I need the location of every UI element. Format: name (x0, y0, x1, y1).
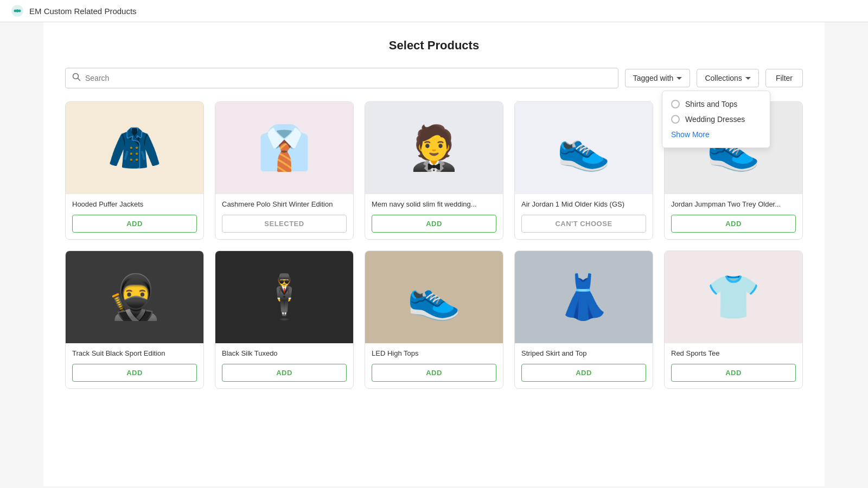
collections-dropdown-panel: Shirts and Tops Wedding Dresses Show Mor… (662, 91, 770, 148)
filter-button[interactable]: Filter (765, 69, 803, 87)
toolbar: Tagged with Collections Filter Shirts an… (65, 68, 803, 88)
collections-chevron (745, 77, 751, 80)
add-button-led-high-tops[interactable]: ADD (372, 364, 496, 382)
add-button-hooded-puffer[interactable]: ADD (72, 215, 197, 233)
product-name-red-sports-tee: Red Sports Tee (671, 349, 796, 358)
page-title: Select Products (65, 38, 803, 53)
product-image-air-jordan: 👟 (515, 102, 653, 194)
product-card-led-high-tops: 👟LED High TopsADD (365, 251, 503, 389)
product-info-navy-suit: Mem navy solid slim fit wedding...ADD (365, 194, 503, 239)
tagged-with-dropdown[interactable]: Tagged with (625, 69, 691, 87)
search-icon (72, 73, 81, 84)
app-icon (11, 4, 24, 17)
product-info-black-tuxedo: Black Silk TuxedoADD (215, 343, 353, 388)
product-image-striped-skirt: 👗 (515, 251, 653, 343)
product-card-track-suit: 🥷Track Suit Black Sport EditionADD (65, 251, 204, 389)
dropdown-label-wedding: Wedding Dresses (685, 115, 745, 124)
tagged-with-chevron (676, 77, 682, 80)
svg-point-2 (18, 10, 21, 12)
product-card-cashmere-polo: 👔Cashmere Polo Shirt Winter EditionSELEC… (215, 101, 354, 240)
product-image-hooded-puffer: 🧥 (66, 102, 203, 194)
product-image-red-sports-tee: 👕 (665, 251, 802, 343)
search-input[interactable] (85, 74, 611, 82)
dropdown-label-shirts: Shirts and Tops (685, 100, 737, 108)
product-name-jordan-jumpman: Jordan Jumpman Two Trey Older... (671, 200, 796, 209)
collections-label: Collections (705, 74, 742, 82)
product-card-black-tuxedo: 🕴Black Silk TuxedoADD (215, 251, 354, 389)
product-card-hooded-puffer: 🧥Hooded Puffer JacketsADD (65, 101, 204, 240)
product-image-black-tuxedo: 🕴 (215, 251, 353, 343)
add-button-navy-suit[interactable]: ADD (372, 215, 496, 233)
product-card-navy-suit: 🤵Mem navy solid slim fit wedding...ADD (365, 101, 503, 240)
product-card-striped-skirt: 👗Striped Skirt and TopADD (514, 251, 653, 389)
svg-point-1 (14, 10, 17, 12)
product-name-navy-suit: Mem navy solid slim fit wedding... (372, 200, 496, 209)
radio-shirts[interactable] (671, 100, 680, 108)
add-button-track-suit[interactable]: ADD (72, 364, 197, 382)
dropdown-option-wedding[interactable]: Wedding Dresses (671, 115, 761, 124)
product-name-air-jordan: Air Jordan 1 Mid Older Kids (GS) (521, 200, 646, 209)
product-image-cashmere-polo: 👔 (215, 102, 353, 194)
radio-wedding[interactable] (671, 115, 680, 124)
product-info-hooded-puffer: Hooded Puffer JacketsADD (66, 194, 203, 239)
collections-dropdown-btn[interactable]: Collections (697, 69, 758, 87)
product-info-striped-skirt: Striped Skirt and TopADD (515, 343, 653, 388)
add-button-jordan-jumpman[interactable]: ADD (671, 215, 796, 233)
topbar: EM Custom Related Products (0, 0, 868, 22)
product-card-red-sports-tee: 👕Red Sports TeeADD (664, 251, 803, 389)
product-name-striped-skirt: Striped Skirt and Top (521, 349, 646, 358)
product-name-hooded-puffer: Hooded Puffer Jackets (72, 200, 197, 209)
product-info-cashmere-polo: Cashmere Polo Shirt Winter EditionSELECT… (215, 194, 353, 239)
product-name-black-tuxedo: Black Silk Tuxedo (222, 349, 347, 358)
add-button-striped-skirt[interactable]: ADD (521, 364, 646, 382)
show-more-link[interactable]: Show More (671, 130, 710, 139)
svg-line-4 (78, 79, 80, 81)
product-name-cashmere-polo: Cashmere Polo Shirt Winter Edition (222, 200, 347, 209)
product-image-track-suit: 🥷 (66, 251, 203, 343)
product-card-air-jordan: 👟Air Jordan 1 Mid Older Kids (GS)CAN'T C… (514, 101, 653, 240)
tagged-with-label: Tagged with (633, 74, 674, 82)
product-name-led-high-tops: LED High Tops (372, 349, 496, 358)
app-name: EM Custom Related Products (29, 7, 137, 16)
product-info-air-jordan: Air Jordan 1 Mid Older Kids (GS)CAN'T CH… (515, 194, 653, 239)
product-info-track-suit: Track Suit Black Sport EditionADD (66, 343, 203, 388)
cant-choose-button-air-jordan: CAN'T CHOOSE (521, 215, 646, 233)
add-button-black-tuxedo[interactable]: ADD (222, 364, 347, 382)
product-image-navy-suit: 🤵 (365, 102, 503, 194)
product-image-led-high-tops: 👟 (365, 251, 503, 343)
selected-button-cashmere-polo: SELECTED (222, 215, 347, 233)
product-info-jordan-jumpman: Jordan Jumpman Two Trey Older...ADD (665, 194, 802, 239)
product-name-track-suit: Track Suit Black Sport Edition (72, 349, 197, 358)
dropdown-option-shirts[interactable]: Shirts and Tops (671, 100, 761, 108)
product-info-led-high-tops: LED High TopsADD (365, 343, 503, 388)
search-box[interactable] (65, 68, 618, 88)
product-info-red-sports-tee: Red Sports TeeADD (665, 343, 802, 388)
main-content: Select Products Tagged with Collections … (43, 22, 825, 486)
add-button-red-sports-tee[interactable]: ADD (671, 364, 796, 382)
